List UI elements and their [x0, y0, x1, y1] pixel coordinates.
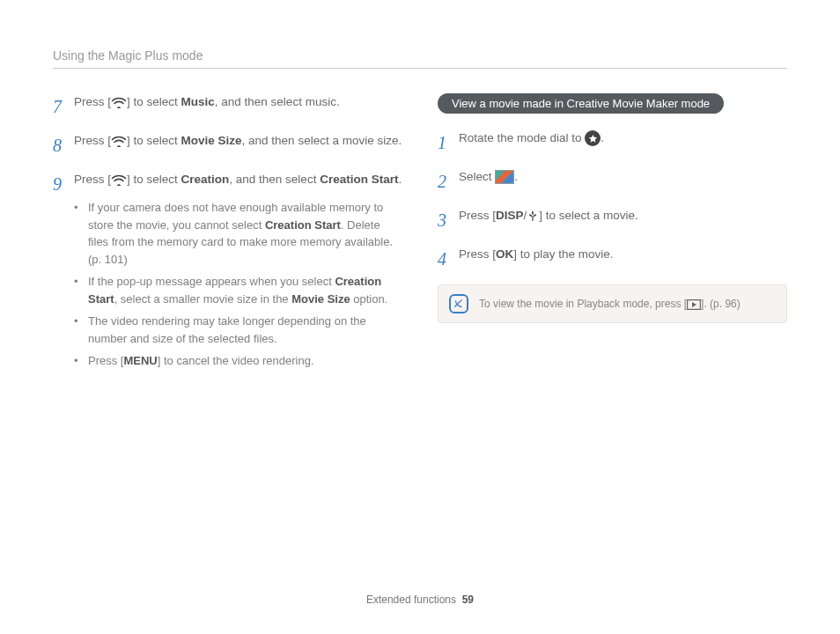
- bold-movie-size: Movie Size: [181, 134, 242, 147]
- step-body: Press [OK] to play the movie.: [459, 246, 787, 272]
- text: option.: [350, 292, 388, 306]
- list-item: If the pop-up message appears when you s…: [74, 273, 402, 307]
- text: ]. (p. 96): [701, 298, 741, 310]
- step-r1: 1 Rotate the mode dial to .: [438, 129, 787, 156]
- text: Press [: [459, 209, 496, 222]
- step-7: 7 Press [] to select Music, and then sel…: [53, 93, 402, 120]
- bold-creation-start: Creation Start: [320, 173, 398, 186]
- text: Rotate the mode dial to: [459, 131, 585, 144]
- list-item: If your camera does not have enough avai…: [74, 199, 402, 268]
- step-number: 8: [53, 132, 65, 158]
- text: .: [398, 173, 402, 186]
- content-columns: 7 Press [] to select Music, and then sel…: [53, 93, 787, 387]
- text: To view the movie in Playback mode, pres…: [479, 298, 687, 310]
- magic-mode-icon: [585, 130, 601, 146]
- text: Select: [459, 170, 495, 183]
- text: .: [601, 131, 604, 144]
- step-8: 8 Press [] to select Movie Size, and the…: [53, 132, 402, 158]
- step-body: Rotate the mode dial to .: [459, 129, 787, 156]
- step-number: 1: [438, 129, 450, 156]
- section-pill: View a movie made in Creative Movie Make…: [438, 93, 724, 114]
- note-box: To view the movie in Playback mode, pres…: [438, 284, 787, 323]
- text: ] to select: [127, 173, 181, 186]
- step-number: 3: [438, 207, 450, 233]
- menu-label: MENU: [123, 354, 157, 367]
- note-icon: [449, 294, 468, 313]
- text: ] to select: [127, 134, 181, 147]
- step-body: Select .: [459, 168, 787, 195]
- text: Press [: [74, 95, 111, 108]
- step-r2: 2 Select .: [438, 168, 787, 195]
- text: Press [: [88, 354, 123, 367]
- right-column: View a movie made in Creative Movie Make…: [438, 93, 787, 387]
- wifi-icon: [111, 174, 127, 186]
- step-number: 2: [438, 168, 450, 195]
- step-number: 7: [53, 93, 65, 120]
- step-body: Press [] to select Movie Size, and then …: [74, 132, 402, 158]
- movie-maker-icon: [495, 170, 514, 184]
- text: Press [: [74, 173, 111, 186]
- page-footer: Extended functions 59: [0, 593, 840, 606]
- page-header: Using the Magic Plus mode: [53, 48, 787, 69]
- text: ] to select a movie.: [539, 209, 638, 222]
- text: The video rendering may take longer depe…: [88, 313, 402, 347]
- bold-creation-start: Creation Start: [265, 218, 341, 232]
- macro-icon: [527, 210, 539, 222]
- bold-creation: Creation: [181, 173, 230, 186]
- text: Press [: [74, 134, 111, 147]
- step-r3: 3 Press [DISP/] to select a movie.: [438, 207, 787, 233]
- left-column: 7 Press [] to select Music, and then sel…: [53, 93, 402, 387]
- text: ] to play the movie.: [513, 247, 613, 261]
- note-text: To view the movie in Playback mode, pres…: [479, 298, 741, 310]
- step-body: Press [] to select Creation, and then se…: [74, 171, 402, 375]
- footer-section: Extended functions: [366, 593, 456, 606]
- list-item: Press [MENU] to cancel the video renderi…: [74, 352, 402, 370]
- text: .: [514, 170, 518, 183]
- step-body: Press [] to select Music, and then selec…: [74, 93, 402, 120]
- step-number: 9: [53, 171, 65, 375]
- bold-movie-size: Movie Size: [291, 292, 350, 306]
- text: , and then select music.: [215, 95, 340, 108]
- disp-label: DISP: [496, 209, 524, 222]
- text: , select a smaller movie size in the: [114, 292, 292, 306]
- text: ] to select: [127, 95, 181, 108]
- text: , and then select a movie size.: [242, 134, 402, 147]
- text: ] to cancel the video rendering.: [158, 354, 314, 367]
- footer-page: 59: [462, 593, 474, 606]
- step-9-notes: If your camera does not have enough avai…: [74, 199, 402, 370]
- step-number: 4: [438, 246, 450, 272]
- text: , and then select: [229, 173, 320, 186]
- bold-music: Music: [181, 95, 215, 108]
- step-body: Press [DISP/] to select a movie.: [459, 207, 787, 233]
- text: If the pop-up message appears when you s…: [88, 275, 335, 288]
- step-9: 9 Press [] to select Creation, and then …: [53, 171, 402, 375]
- ok-label: OK: [496, 247, 513, 261]
- playback-icon: [687, 299, 701, 310]
- step-r4: 4 Press [OK] to play the movie.: [438, 246, 787, 272]
- list-item: The video rendering may take longer depe…: [74, 313, 402, 347]
- wifi-icon: [111, 136, 127, 147]
- wifi-icon: [111, 97, 127, 108]
- text: Press [: [459, 247, 496, 261]
